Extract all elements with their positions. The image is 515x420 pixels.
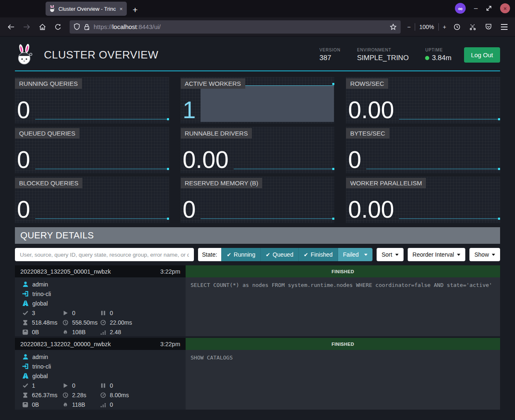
- current-memory-scale-icon: [22, 402, 28, 408]
- environment-block: ENVIRONMENT SIMPLE_TRINO: [357, 48, 409, 62]
- query-row-header: 20220823_132205_00001_nwbzk 3:22pm FINIS…: [15, 265, 500, 277]
- trino-bunny-logo: [15, 44, 34, 66]
- pocket-save-icon[interactable]: [482, 21, 495, 33]
- reorder-interval-dropdown[interactable]: Reorder Interval: [408, 248, 465, 261]
- zoom-out-button[interactable]: −: [407, 24, 411, 30]
- screenshot-scissors-icon[interactable]: [466, 21, 479, 33]
- query-id-link[interactable]: 20220823_132205_00001_nwbzk: [20, 268, 111, 275]
- query-stats-panel: admin trino-cli global 3 0 0 518.48ms 55…: [15, 277, 186, 336]
- query-status-badge: FINISHED: [186, 265, 500, 277]
- cpu-time-gauge-icon: [100, 320, 106, 325]
- reload-button[interactable]: [51, 21, 65, 33]
- forward-button[interactable]: [20, 21, 33, 33]
- running-splits-play-icon: [63, 383, 68, 388]
- wall-time-hourglass-icon: [22, 320, 28, 325]
- bookmark-star-icon[interactable]: [390, 24, 397, 30]
- tile-value: 0: [17, 198, 30, 221]
- tile-value: 0: [348, 148, 361, 171]
- back-button[interactable]: [4, 21, 17, 33]
- zoom-level[interactable]: 100%: [419, 24, 434, 30]
- query-sql-text: SELECT COUNT(*) as nodes FROM system.run…: [186, 277, 500, 336]
- current-memory: 0B: [32, 401, 39, 408]
- zoom-in-button[interactable]: +: [443, 24, 446, 30]
- search-input[interactable]: [15, 248, 194, 261]
- tile-label: ACTIVE WORKERS: [181, 78, 245, 89]
- menu-hamburger-icon[interactable]: [498, 21, 511, 33]
- uptime-value: 3.84m: [432, 54, 451, 62]
- check-icon: ✔: [227, 252, 231, 258]
- new-tab-button[interactable]: +: [133, 5, 138, 14]
- tile-reserved-memory: RESERVED MEMORY (B) 0: [181, 177, 335, 223]
- environment-label: ENVIRONMENT: [357, 48, 409, 52]
- state-button-queued[interactable]: ✔Queued: [260, 248, 298, 261]
- window-minimize-button[interactable]: –: [474, 5, 478, 12]
- separator: [438, 23, 439, 31]
- sort-dropdown[interactable]: Sort: [377, 248, 404, 261]
- lock-warning-icon[interactable]: [84, 24, 90, 30]
- show-dropdown[interactable]: Show: [469, 248, 500, 261]
- tile-queued-queries: QUEUED QUERIES 0: [15, 127, 169, 173]
- queued-splits-pause-icon: [100, 383, 106, 388]
- tile-rows-sec: ROWS/SEC 0.00: [346, 77, 500, 124]
- parallelism: 2.48: [110, 329, 121, 335]
- query-filter-toolbar: State: ✔Running ✔Queued ✔Finished Failed…: [15, 248, 500, 261]
- query-status-badge: FINISHED: [186, 338, 500, 350]
- browser-tab[interactable]: Cluster Overview - Trino ×: [46, 2, 127, 16]
- window-close-button[interactable]: ×: [500, 3, 510, 13]
- url-text[interactable]: https://localhost:8443/ui/: [94, 23, 386, 30]
- tile-label: RESERVED MEMORY (B): [181, 178, 263, 188]
- state-button-failed[interactable]: Failed: [338, 248, 372, 261]
- tile-value: 0: [17, 148, 30, 171]
- home-button[interactable]: [36, 21, 49, 33]
- tile-label: QUEUED QUERIES: [15, 128, 80, 138]
- query-details-header: QUERY DETAILS: [15, 227, 500, 244]
- window-restore-button[interactable]: [486, 5, 492, 11]
- check-icon: ✔: [304, 252, 308, 258]
- private-browsing-icon: ∞: [455, 3, 466, 14]
- version-label: VERSION: [319, 48, 341, 52]
- tile-label: WORKER PARALLELISM: [346, 178, 426, 188]
- query-sql-text: SHOW CATALOGS: [186, 350, 500, 410]
- tile-value: 0.00: [348, 198, 394, 221]
- url-host: localhost: [112, 23, 137, 30]
- elapsed-time: 558.50ms: [72, 319, 97, 326]
- splits-queued: 0: [110, 382, 113, 389]
- tile-worker-parallelism: WORKER PARALLELISM 0.00: [346, 177, 500, 223]
- splits-running: 0: [72, 310, 75, 316]
- query-resource-group: global: [32, 373, 48, 379]
- history-clock-icon[interactable]: [450, 21, 464, 33]
- version-value: 387: [319, 54, 341, 62]
- logout-button[interactable]: Log Out: [464, 47, 500, 63]
- wall-time: 626.37ms: [32, 392, 57, 398]
- sign-in-source-icon: [22, 363, 29, 369]
- sparkline-chart: [399, 80, 500, 119]
- tracking-shield-icon[interactable]: [74, 23, 80, 30]
- url-bar[interactable]: https://localhost:8443/ui/: [70, 20, 401, 34]
- parallelism-chart-icon: [100, 329, 106, 335]
- browser-navbar: https://localhost:8443/ui/ − 100% +: [0, 17, 515, 36]
- status-green-dot: [425, 56, 429, 60]
- completed-splits-check-icon: [22, 383, 28, 388]
- query-time: 3:22pm: [160, 341, 180, 347]
- tab-close-icon[interactable]: ×: [118, 6, 123, 12]
- tile-label: BLOCKED QUERIES: [15, 178, 82, 188]
- separator: [415, 23, 415, 31]
- resource-group-road-icon: [22, 373, 29, 379]
- stat-tiles-grid: RUNNING QUERIES 0 ACTIVE WORKERS 1 ROWS/…: [15, 77, 500, 223]
- cpu-time-gauge-icon: [100, 392, 106, 398]
- running-splits-play-icon: [63, 310, 68, 316]
- version-block: VERSION 387: [319, 48, 341, 62]
- state-button-finished[interactable]: ✔Finished: [298, 248, 338, 261]
- state-button-running[interactable]: ✔Running: [221, 248, 260, 261]
- chevron-down-icon: [364, 254, 368, 256]
- tile-value: 0.00: [183, 148, 229, 171]
- query-row-body: admin trino-cli global 1 0 0 626.37ms 2.…: [15, 350, 500, 410]
- cumulative-memory-flame-icon: [63, 402, 68, 408]
- tab-bar: Cluster Overview - Trino × + ∞ – ×: [0, 0, 515, 17]
- query-id-link[interactable]: 20220823_132202_00000_nwbzk: [20, 341, 111, 347]
- state-filter-group: State: ✔Running ✔Queued ✔Finished Failed: [198, 248, 372, 261]
- environment-value: SIMPLE_TRINO: [357, 54, 409, 62]
- page-title: CLUSTER OVERVIEW: [44, 49, 158, 61]
- window-controls: ∞ – ×: [455, 3, 510, 14]
- url-scheme: https://: [94, 23, 112, 30]
